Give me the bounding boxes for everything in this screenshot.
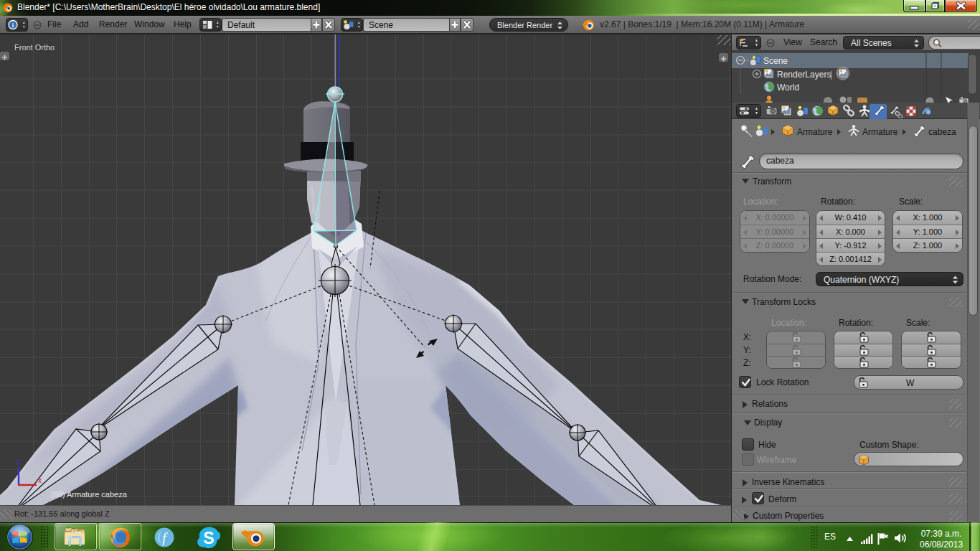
svg-text:Front Ortho: Front Ortho: [14, 43, 55, 52]
svg-text:cabeza: cabeza: [928, 127, 956, 137]
svg-text:World: World: [777, 83, 799, 93]
svg-text:Armature: Armature: [797, 127, 833, 137]
svg-text:z: z: [17, 458, 20, 466]
svg-text:Armature: Armature: [862, 127, 898, 137]
svg-text:|: |: [830, 70, 832, 80]
svg-text:S: S: [203, 529, 214, 547]
svg-text:RenderLayers: RenderLayers: [777, 70, 831, 80]
svg-text:x: x: [38, 476, 42, 484]
svg-text:Scene: Scene: [763, 56, 788, 66]
svg-text:(68) Armature cabeza: (68) Armature cabeza: [51, 490, 128, 499]
